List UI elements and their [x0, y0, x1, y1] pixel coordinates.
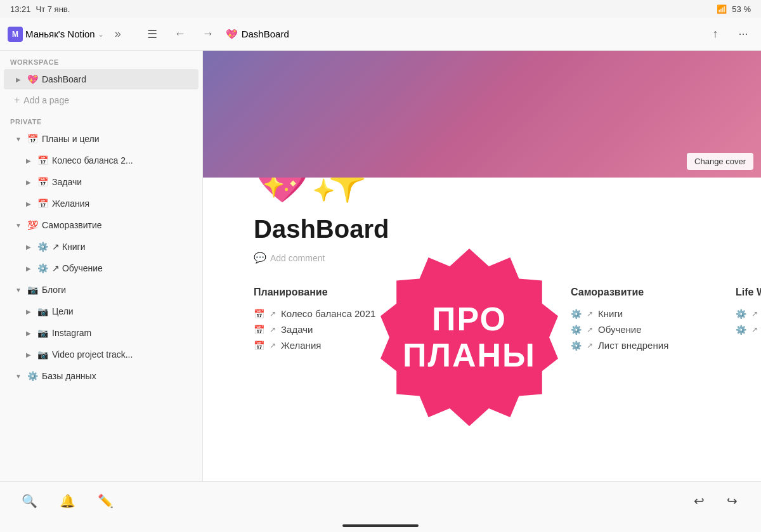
more-button[interactable]: ··· — [733, 24, 753, 44]
section-item-wheel[interactable]: 📅 ↗ Колесо баланса 2021 — [254, 306, 380, 321]
add-comment-button[interactable]: 💬 Add comment — [254, 249, 710, 266]
more-dots-button[interactable]: ··· — [164, 262, 177, 275]
add-child-button[interactable]: + — [178, 176, 191, 188]
add-child-button[interactable]: + — [178, 197, 191, 210]
add-child-button[interactable]: + — [178, 348, 191, 361]
redo-button[interactable]: ↪ — [723, 492, 741, 510]
sidebar-item-wishes[interactable]: ▶ 📅 Желания ··· + — [4, 193, 198, 214]
workspace-name[interactable]: M Маньяк's Notion ⌄ — [8, 27, 104, 42]
section-item-tasks[interactable]: 📅 ↗ Задачи — [254, 321, 380, 337]
content-area: Change cover 💖✨ DashBoard 💬 Add comment … — [203, 51, 761, 481]
section-lifewiki: Life Wiki ⚙️ ↗ Personal CRM ⚙️ ↗ Здоровь… — [736, 287, 761, 337]
sticker-decoration: ПРО ПЛАНЫ — [380, 249, 583, 451]
sidebar-item-wheel[interactable]: ▶ 📅 Колесо баланса 2... ··· + — [4, 150, 198, 171]
menu-button[interactable]: ☰ — [142, 24, 162, 44]
chevron-right-icon: ▶ — [24, 308, 33, 315]
sidebar-item-label: DashBoard — [42, 74, 160, 84]
edit-button[interactable]: ✏️ — [96, 492, 114, 510]
sidebar-item-goals[interactable]: ▶ 📷 Цели ··· + — [4, 301, 198, 321]
sidebar-item-dashboard[interactable]: ▶ 💖 DashBoard ··· + — [4, 69, 198, 89]
more-dots-button[interactable]: ··· — [164, 327, 177, 339]
day: Чт 7 янв. — [36, 4, 70, 14]
section-item-crm[interactable]: ⚙️ ↗ Personal CRM — [736, 306, 761, 321]
section-item-learning[interactable]: ⚙️ ↗ Обучение — [571, 321, 698, 337]
more-dots-button[interactable]: ··· — [164, 154, 177, 167]
item-label: Задачи — [281, 324, 313, 335]
sidebar-item-selfdev[interactable]: ▼ 💯 Саморазвитие ··· + — [4, 215, 198, 235]
section-planning: Планирование 📅 ↗ Колесо баланса 2021 📅 ↗… — [254, 287, 380, 353]
databases-icon: ⚙️ — [27, 370, 38, 382]
add-child-button[interactable]: + — [178, 370, 191, 382]
add-child-button[interactable]: + — [178, 73, 191, 86]
add-page-item[interactable]: + Add a page — [4, 91, 198, 110]
add-child-button[interactable]: + — [178, 219, 191, 231]
sidebar-item-label: Задачи — [52, 177, 160, 187]
more-dots-button[interactable]: ··· — [164, 176, 177, 188]
add-child-button[interactable]: + — [178, 262, 191, 275]
section-item-health[interactable]: ⚙️ ↗ Здоровье — [736, 321, 761, 337]
forward-button[interactable]: → — [198, 24, 218, 44]
item-label: Книги — [598, 308, 623, 319]
sidebar-item-learning[interactable]: ▶ ⚙️ ↗ Обучение ··· + — [4, 258, 198, 278]
collapse-sidebar-button[interactable]: » — [109, 25, 127, 43]
workspace-label: WORKSPACE — [0, 51, 202, 68]
home-indicator — [0, 519, 761, 532]
more-dots-button[interactable]: ··· — [164, 348, 177, 361]
back-button[interactable]: ← — [170, 24, 190, 44]
calendar-icon: 📅 — [254, 341, 264, 351]
more-dots-button[interactable]: ··· — [164, 73, 177, 86]
add-child-button[interactable]: + — [178, 283, 191, 296]
sticker-text: ПРО ПЛАНЫ — [403, 301, 536, 373]
section-title: Планирование — [254, 287, 380, 298]
sidebar-item-label: ↗ Обучение — [52, 263, 160, 273]
more-dots-button[interactable]: ··· — [164, 240, 177, 253]
more-dots-button[interactable]: ··· — [164, 370, 177, 382]
undo-icon: ↩ — [694, 493, 705, 509]
sidebar-item-label: Instagram — [52, 328, 160, 338]
section-item-implementation[interactable]: ⚙️ ↗ Лист внедрения — [571, 337, 698, 353]
chevron-down-icon: ▼ — [14, 373, 23, 380]
section-selfdev: Саморазвитие ⚙️ ↗ Книги ⚙️ ↗ Обучение ⚙️… — [571, 287, 698, 353]
more-dots-button[interactable]: ··· — [164, 219, 177, 231]
add-child-button[interactable]: + — [178, 154, 191, 167]
add-child-button[interactable]: + — [178, 305, 191, 318]
add-child-button[interactable]: + — [178, 327, 191, 339]
notifications-button[interactable]: 🔔 — [58, 492, 76, 510]
page-title: DashBoard — [254, 214, 710, 244]
wifi-icon: 📶 — [717, 4, 727, 14]
sidebar-item-label: Video project track... — [52, 349, 160, 360]
add-child-button[interactable]: + — [178, 133, 191, 145]
section-title: Life Wiki — [736, 287, 761, 298]
sidebar-item-video[interactable]: ▶ 📷 Video project track... ··· + — [4, 344, 198, 365]
item-label: Желания — [281, 340, 321, 351]
more-dots-button[interactable]: ··· — [164, 305, 177, 318]
sidebar-item-books[interactable]: ▶ ⚙️ ↗ Книги ··· + — [4, 237, 198, 257]
more-dots-button[interactable]: ··· — [164, 133, 177, 145]
sidebar-item-label: Базы данных — [42, 371, 160, 381]
link-icon: ↗ — [270, 341, 276, 350]
share-button[interactable]: ↑ — [705, 24, 725, 44]
share-icon: ↑ — [713, 27, 719, 41]
gear-icon: ⚙️ — [736, 325, 746, 335]
page-title-header: 💖 DashBoard — [226, 29, 289, 40]
change-cover-button[interactable]: Change cover — [687, 153, 753, 170]
add-child-button[interactable]: + — [178, 240, 191, 253]
search-button[interactable]: 🔍 — [20, 492, 38, 510]
sidebar-item-tasks[interactable]: ▶ 📅 Задачи ··· + — [4, 172, 198, 192]
sidebar-item-instagram[interactable]: ▶ 📷 Instagram ··· + — [4, 323, 198, 343]
section-item-wishes[interactable]: 📅 ↗ Желания — [254, 337, 380, 353]
dashboard-icon: 💖 — [27, 74, 38, 85]
section-item-books[interactable]: ⚙️ ↗ Книги — [571, 306, 698, 321]
undo-button[interactable]: ↩ — [690, 492, 708, 510]
sidebar-item-plans[interactable]: ▼ 📅 Планы и цели ··· + — [4, 129, 198, 149]
collapse-icon: » — [115, 27, 121, 41]
item-label: Лист внедрения — [598, 340, 668, 351]
more-dots-button[interactable]: ··· — [164, 283, 177, 296]
sidebar-item-databases[interactable]: ▼ ⚙️ Базы данных ··· + — [4, 366, 198, 386]
sidebar-item-blogs[interactable]: ▼ 📷 Блоги ··· + — [4, 280, 198, 300]
chevron-right-icon: ▶ — [24, 200, 33, 207]
more-dots-button[interactable]: ··· — [164, 197, 177, 210]
link-icon: ↗ — [587, 309, 593, 318]
gear-icon: ⚙️ — [736, 309, 746, 319]
main-layout: WORKSPACE ▶ 💖 DashBoard ··· + + Add a pa… — [0, 51, 761, 481]
